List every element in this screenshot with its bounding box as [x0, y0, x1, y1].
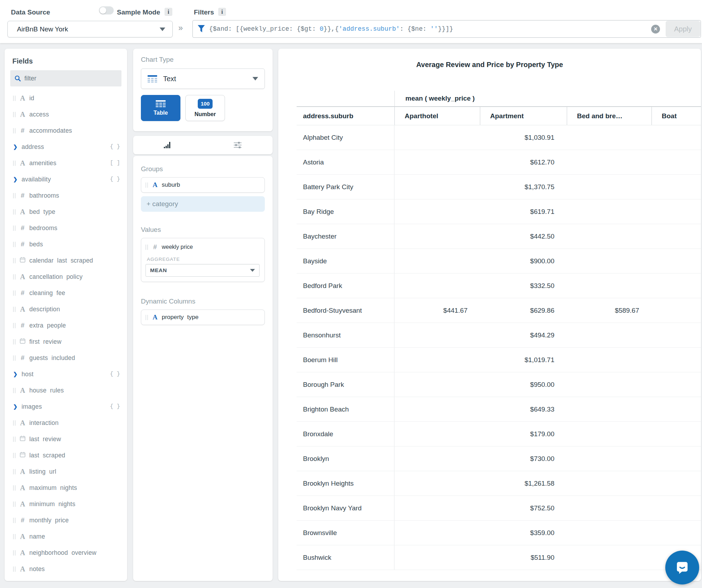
field-item[interactable]: Aminimum nights: [5, 496, 127, 512]
filters-label: Filters: [194, 8, 214, 16]
aggregate-select[interactable]: MEAN: [145, 264, 260, 277]
field-item[interactable]: calendar last scraped: [5, 252, 127, 269]
field-item[interactable]: #accommodates: [5, 122, 127, 139]
field-item[interactable]: #beds: [5, 236, 127, 252]
field-item[interactable]: Adescription: [5, 301, 127, 317]
drag-handle-icon: [13, 128, 16, 133]
value-field-chip[interactable]: # weekly price: [145, 242, 260, 252]
tab-encode[interactable]: [133, 136, 203, 154]
dynamic-column-chip[interactable]: A property type: [141, 310, 265, 325]
value-cell: [394, 446, 480, 471]
field-name: monthly price: [29, 517, 120, 524]
number-type-icon: #: [151, 243, 159, 251]
chat-bubble-button[interactable]: [665, 551, 699, 584]
value-cell: $730.00: [480, 446, 567, 471]
filter-query-text[interactable]: {$and: [{weekly_price: {$gt: 0}},{'addre…: [209, 25, 651, 32]
sample-mode-info-icon[interactable]: i: [165, 8, 172, 16]
field-item[interactable]: last review: [5, 431, 127, 447]
value-cell: $1,370.75: [480, 175, 567, 199]
field-item[interactable]: ❯host{ }: [5, 366, 127, 382]
chart-type-select[interactable]: Text: [141, 68, 265, 89]
chart-type-label: Chart Type: [141, 56, 265, 64]
collapse-chevrons-icon[interactable]: »: [178, 23, 183, 33]
field-item[interactable]: #bedrooms: [5, 220, 127, 236]
string-type-icon: A: [151, 313, 159, 321]
value-cell: [652, 298, 701, 323]
value-cell: [652, 348, 701, 372]
field-item[interactable]: ❯availability{ }: [5, 171, 127, 187]
field-name: cleaning fee: [29, 289, 120, 297]
data-source-value: AirBnB New York: [17, 25, 160, 33]
value-cell: [652, 175, 701, 199]
field-item[interactable]: Aamenities[ ]: [5, 155, 127, 171]
data-source-select[interactable]: AirBnB New York: [7, 21, 173, 37]
table-row: Baychester$442.50: [297, 224, 701, 249]
field-item[interactable]: #cleaning fee: [5, 285, 127, 301]
field-item[interactable]: Aaccess: [5, 106, 127, 122]
add-category-button[interactable]: + category: [141, 196, 265, 212]
drag-handle-icon: [13, 437, 16, 442]
value-cell: $1,030.91: [480, 125, 567, 150]
encoding-panel: Groups A suburb + category Values # week…: [133, 156, 273, 581]
table-row: Astoria$612.70: [297, 150, 701, 175]
expand-chevron-icon[interactable]: ❯: [13, 144, 19, 150]
value-cell: [652, 521, 701, 545]
field-item[interactable]: #monthly price: [5, 512, 127, 528]
field-item[interactable]: Ainteraction: [5, 415, 127, 431]
chart-subtype-table-button[interactable]: Table: [141, 95, 180, 121]
value-cell: [652, 323, 701, 347]
suburb-cell: Bedford-Stuyvesant: [297, 298, 394, 323]
group-field-name: suburb: [162, 181, 180, 188]
chevron-down-icon: [250, 269, 255, 272]
clear-filter-icon[interactable]: ✕: [651, 25, 660, 34]
field-item[interactable]: Aneighborhood overview: [5, 545, 127, 561]
field-item[interactable]: first review: [5, 334, 127, 350]
field-item[interactable]: Aname: [5, 528, 127, 545]
expand-chevron-icon[interactable]: ❯: [13, 371, 19, 377]
filter-query-input[interactable]: {$and: [{weekly_price: {$gt: 0}},{'addre…: [192, 20, 701, 38]
field-item[interactable]: ❯images{ }: [5, 398, 127, 415]
field-item[interactable]: #bathrooms: [5, 187, 127, 204]
field-search-input[interactable]: [24, 75, 117, 82]
data-source-label: Data Source: [11, 8, 50, 16]
field-name: last review: [29, 436, 120, 443]
chart-subtype-number-button[interactable]: 100 Number: [185, 95, 225, 121]
drag-handle-icon[interactable]: [145, 182, 148, 188]
value-cell: [567, 422, 652, 446]
field-item[interactable]: Alisting url: [5, 463, 127, 480]
tab-customize[interactable]: [203, 136, 273, 154]
drag-handle-icon: [13, 339, 16, 344]
field-item[interactable]: #extra people: [5, 317, 127, 334]
field-item[interactable]: #guests included: [5, 350, 127, 366]
value-cell: [567, 496, 652, 520]
number-type-icon: #: [19, 192, 26, 199]
drag-handle-icon[interactable]: [145, 315, 148, 320]
drag-handle-icon[interactable]: [145, 245, 148, 250]
string-type-icon: A: [19, 565, 26, 573]
table-row: Brownsville$359.00: [297, 521, 701, 545]
field-item[interactable]: Ahouse rules: [5, 382, 127, 398]
field-search[interactable]: [10, 70, 121, 86]
field-item[interactable]: Aid: [5, 90, 127, 106]
expand-chevron-icon[interactable]: ❯: [13, 403, 19, 410]
field-item[interactable]: Acancellation policy: [5, 269, 127, 285]
query-segment: }}]}: [438, 25, 453, 32]
value-cell: [567, 521, 652, 545]
apply-button[interactable]: Apply: [666, 21, 700, 37]
expand-chevron-icon[interactable]: ❯: [13, 176, 19, 182]
group-field-chip[interactable]: A suburb: [141, 177, 265, 193]
field-item[interactable]: Anotes: [5, 561, 127, 577]
drag-handle-icon: [13, 420, 16, 426]
field-name: last scraped: [29, 452, 120, 459]
field-item[interactable]: Amaximum nights: [5, 480, 127, 496]
value-cell: [394, 175, 480, 199]
string-type-icon: A: [151, 181, 159, 189]
filters-info-icon[interactable]: i: [218, 8, 226, 16]
number-type-icon: #: [19, 354, 26, 362]
value-cell: [567, 125, 652, 150]
field-item[interactable]: ❯address{ }: [5, 139, 127, 155]
column-header: Apartment: [480, 107, 567, 125]
field-item[interactable]: Abed type: [5, 204, 127, 220]
sample-mode-toggle[interactable]: [99, 6, 114, 14]
field-item[interactable]: last scraped: [5, 447, 127, 463]
